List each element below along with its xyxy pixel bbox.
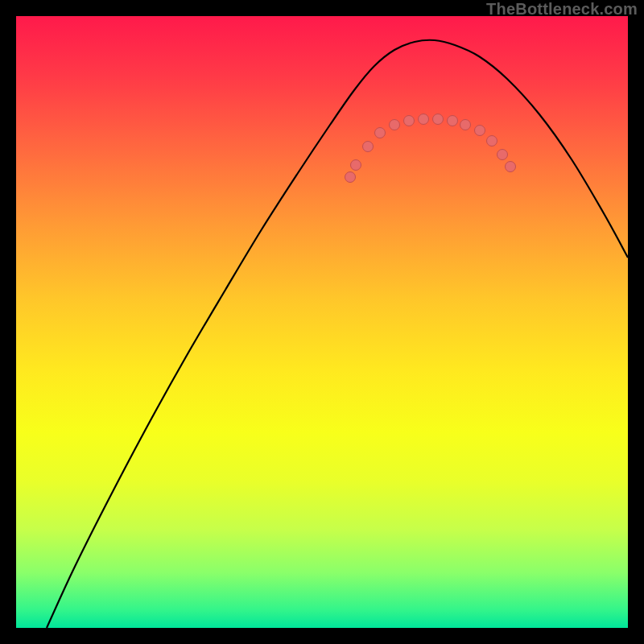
- highlight-dot: [375, 128, 386, 138]
- highlight-dot: [404, 116, 415, 126]
- chart-svg: [16, 16, 628, 628]
- highlight-dot: [497, 150, 508, 160]
- watermark-text: TheBottleneck.com: [486, 0, 638, 19]
- highlight-dots: [345, 114, 516, 183]
- highlight-dot: [475, 126, 485, 136]
- highlight-dot: [351, 160, 361, 171]
- highlight-dot: [433, 114, 444, 125]
- highlight-dot: [419, 114, 429, 125]
- chart-frame: TheBottleneck.com: [0, 0, 644, 644]
- highlight-dot: [390, 120, 400, 130]
- highlight-dot: [448, 116, 458, 126]
- bottleneck-curve: [47, 40, 628, 628]
- highlight-dot: [460, 120, 471, 130]
- highlight-dot: [363, 142, 374, 152]
- highlight-dot: [506, 162, 516, 172]
- highlight-dot: [345, 172, 356, 183]
- highlight-dot: [487, 136, 497, 147]
